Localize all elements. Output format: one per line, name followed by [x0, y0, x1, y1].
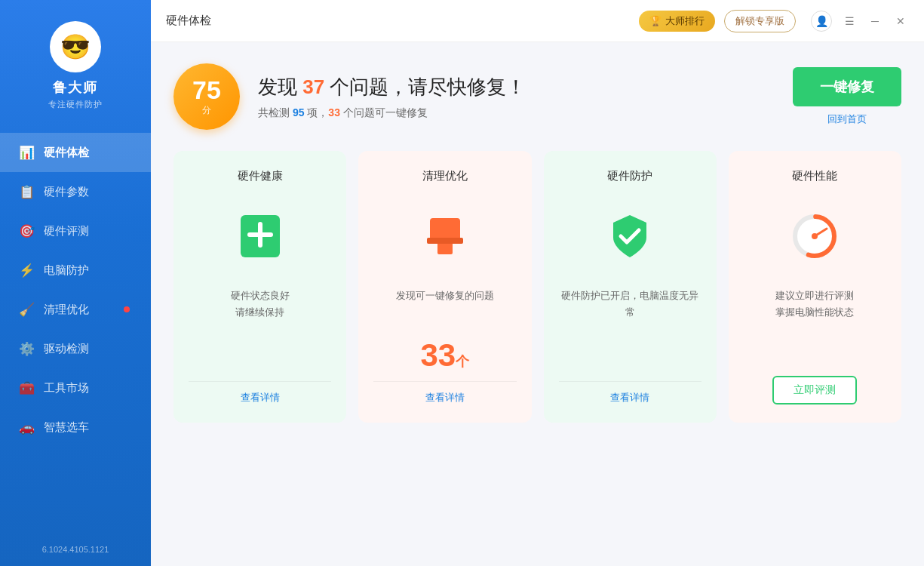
svg-rect-3 [430, 218, 460, 241]
card-hardware-perf: 硬件性能 建议立即进行评测掌握电脑性能状态 立即评测 [729, 151, 901, 423]
card-clean-optimize: 清理优化 发现可一键修复的问题 33个 查看详情 [358, 151, 531, 423]
card-title-hardware-health: 硬件健康 [189, 169, 331, 183]
nav-icon-smart-car: 🚗 [18, 420, 35, 435]
trophy-icon: 🏆 [649, 15, 662, 26]
nav-label-tool-market: 工具市场 [44, 381, 89, 395]
menu-button[interactable]: ☰ [841, 13, 858, 29]
cards-grid: 硬件健康 硬件状态良好请继续保持 查看详情 清理优化 发现可一键修复的问题 33… [173, 151, 901, 423]
nav-icon-driver-check: ⚙️ [18, 341, 35, 357]
nav-label-smart-car: 智慧选车 [44, 420, 89, 435]
sidebar-item-hardware-check[interactable]: 📊 硬件体检 [0, 133, 151, 172]
score-info: 发现 37 个问题，请尽快修复！ 共检测 95 项，33 个问题可一键修复 [258, 74, 775, 120]
card-icon-clean-optimize [415, 206, 475, 266]
sidebar: 😎 鲁大师 专注硬件防护 📊 硬件体检 📋 硬件参数 🎯 硬件评测 ⚡ 电脑防护… [0, 0, 151, 566]
sidebar-item-hardware-test[interactable]: 🎯 硬件评测 [0, 211, 151, 251]
score-title: 发现 37 个问题，请尽快修复！ [258, 74, 775, 100]
card-icon-hardware-perf [784, 206, 845, 266]
card-link-hardware-protect[interactable]: 查看详情 [559, 381, 701, 405]
sidebar-nav: 📊 硬件体检 📋 硬件参数 🎯 硬件评测 ⚡ 电脑防护 🧹 清理优化 ⚙️ 驱动… [0, 133, 151, 545]
sidebar-item-smart-car[interactable]: 🚗 智慧选车 [0, 408, 151, 447]
nav-label-clean-optimize: 清理优化 [44, 303, 89, 317]
nav-label-hardware-check: 硬件体检 [44, 146, 89, 160]
nav-icon-clean-optimize: 🧹 [18, 302, 35, 318]
user-icon[interactable]: 👤 [811, 11, 832, 32]
card-icon-hardware-protect [600, 206, 660, 266]
close-button[interactable]: ✕ [892, 13, 909, 29]
card-desc-hardware-perf: 建议立即进行评测掌握电脑性能状态 [775, 288, 854, 367]
page-title: 硬件体检 [166, 14, 630, 28]
nav-icon-hardware-params: 📋 [18, 184, 35, 200]
app-title: 鲁大师 [53, 78, 98, 97]
rank-button[interactable]: 🏆 大师排行 [639, 11, 715, 32]
content-area: 75 分 发现 37 个问题，请尽快修复！ 共检测 95 项，33 个问题可一键… [151, 42, 924, 566]
card-hardware-protect: 硬件防护 硬件防护已开启，电脑温度无异常 查看详情 [544, 151, 717, 423]
score-number: 75 [192, 77, 221, 103]
score-header: 75 分 发现 37 个问题，请尽快修复！ 共检测 95 项，33 个问题可一键… [173, 63, 901, 130]
card-title-clean-optimize: 清理优化 [373, 169, 516, 183]
nav-icon-tool-market: 🧰 [18, 380, 35, 396]
score-unit: 分 [202, 104, 211, 117]
nav-icon-hardware-check: 📊 [18, 145, 35, 161]
nav-label-hardware-params: 硬件参数 [44, 185, 89, 199]
score-subtitle: 共检测 95 项，33 个问题可一键修复 [258, 106, 775, 120]
card-desc-hardware-health: 硬件状态良好请继续保持 [231, 288, 290, 381]
score-circle: 75 分 [173, 63, 240, 130]
nav-label-pc-protect: 电脑防护 [44, 263, 89, 278]
back-home-link[interactable]: 回到首页 [827, 112, 867, 126]
card-desc-clean-optimize: 发现可一键修复的问题 [396, 288, 494, 330]
card-title-hardware-perf: 硬件性能 [744, 169, 886, 183]
card-count: 33个 [421, 337, 470, 374]
titlebar: 硬件体检 🏆 大师排行 解锁专享版 👤 ☰ ─ ✕ [151, 0, 924, 42]
sidebar-item-pc-protect[interactable]: ⚡ 电脑防护 [0, 251, 151, 290]
nav-icon-pc-protect: ⚡ [18, 263, 35, 278]
sidebar-item-tool-market[interactable]: 🧰 工具市场 [0, 368, 151, 408]
sidebar-item-clean-optimize[interactable]: 🧹 清理优化 [0, 290, 151, 329]
titlebar-icons: 👤 [811, 11, 832, 32]
minimize-button[interactable]: ─ [867, 13, 883, 29]
main-area: 硬件体检 🏆 大师排行 解锁专享版 👤 ☰ ─ ✕ 75 分 发现 37 个问题… [151, 0, 924, 566]
sidebar-item-hardware-params[interactable]: 📋 硬件参数 [0, 172, 151, 211]
card-icon-hardware-health [230, 206, 290, 266]
nav-badge-clean-optimize [124, 306, 130, 312]
app-subtitle: 专注硬件防护 [48, 99, 103, 110]
card-link-hardware-health[interactable]: 查看详情 [189, 381, 331, 405]
svg-rect-5 [427, 238, 463, 244]
unlock-button[interactable]: 解锁专享版 [724, 10, 796, 32]
sidebar-item-driver-check[interactable]: ⚙️ 驱动检测 [0, 329, 151, 368]
nav-label-hardware-test: 硬件评测 [44, 224, 89, 238]
card-link-clean-optimize[interactable]: 查看详情 [373, 381, 516, 405]
nav-icon-hardware-test: 🎯 [18, 223, 35, 239]
card-hardware-health: 硬件健康 硬件状态良好请继续保持 查看详情 [173, 151, 346, 423]
nav-label-driver-check: 驱动检测 [44, 342, 89, 356]
one-click-fix-button[interactable]: 一键修复 [793, 67, 901, 106]
version-label: 6.1024.4105.1121 [42, 545, 109, 566]
fix-btn-area: 一键修复 回到首页 [793, 67, 901, 126]
card-title-hardware-protect: 硬件防护 [559, 169, 701, 183]
card-desc-hardware-protect: 硬件防护已开启，电脑温度无异常 [559, 288, 701, 381]
sidebar-logo: 😎 鲁大师 专注硬件防护 [48, 21, 103, 110]
logo-avatar: 😎 [50, 21, 101, 72]
eval-button[interactable]: 立即评测 [772, 376, 857, 405]
